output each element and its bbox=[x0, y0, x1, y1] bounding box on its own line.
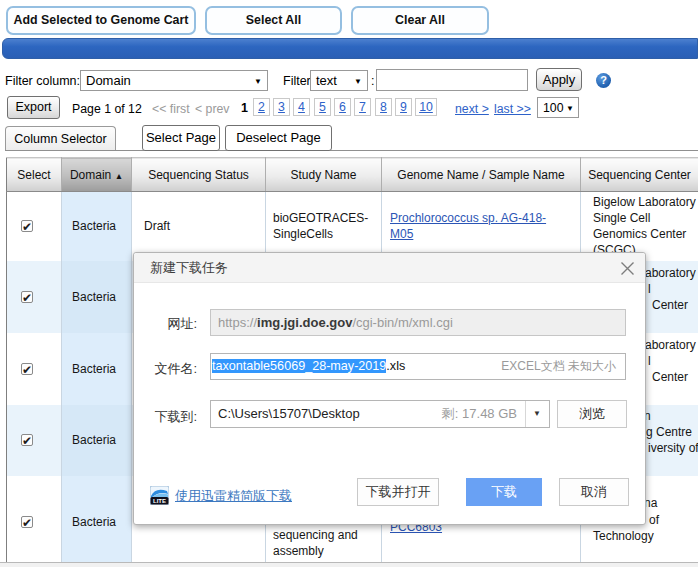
svg-text:LITE: LITE bbox=[153, 498, 166, 504]
